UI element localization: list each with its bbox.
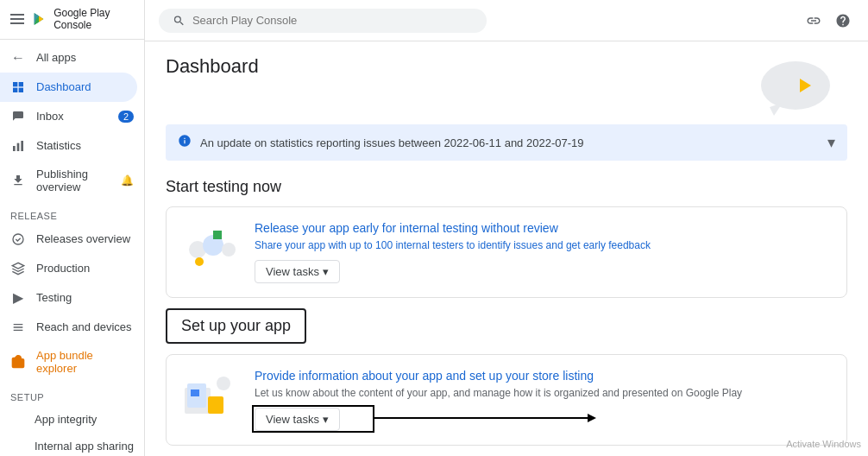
sidebar-item-releases-overview[interactable]: Releases overview [0, 225, 144, 254]
svg-rect-18 [213, 231, 222, 239]
setup-card-title: Provide information about your app and s… [255, 369, 833, 383]
testing-card-title: Release your app early for internal test… [255, 221, 833, 235]
svg-rect-22 [208, 396, 223, 414]
testing-card: Release your app early for internal test… [166, 206, 847, 298]
section2-title: Set up your app [166, 308, 306, 344]
section-label-release: Release [0, 200, 144, 225]
topbar [145, 0, 868, 41]
svg-rect-6 [13, 87, 17, 92]
bar-chart-icon [10, 138, 26, 154]
sidebar-item-inbox[interactable]: Inbox 2 [0, 102, 144, 131]
sidebar-item-publishing[interactable]: Publishing overview 🔔 [0, 161, 144, 200]
bell-icon: 🔔 [121, 174, 134, 187]
page-title: Dashboard [166, 55, 259, 78]
svg-point-12 [761, 61, 830, 110]
section-label-setup: Setup [0, 382, 144, 406]
svg-point-24 [217, 377, 230, 390]
svg-rect-4 [13, 82, 17, 86]
testing-illustration [180, 221, 241, 273]
setup-illustration [180, 369, 241, 421]
sidebar-item-testing[interactable]: ▶ Testing [0, 283, 144, 313]
menu-icon[interactable] [10, 14, 24, 24]
expand-icon[interactable]: ▾ [827, 133, 835, 152]
sidebar-item-production[interactable]: Production [0, 254, 144, 283]
releases-icon [10, 231, 26, 247]
svg-rect-10 [21, 141, 23, 151]
inbox-icon [10, 109, 26, 124]
info-icon [178, 134, 192, 151]
setup-card: Provide information about your app and s… [166, 354, 847, 446]
sidebar: Google Play Console ← All apps Dashboard… [0, 0, 145, 456]
search-icon [173, 14, 186, 28]
setup-view-tasks-wrapper: View tasks ▾ [255, 408, 340, 431]
testing-icon: ▶ [10, 290, 26, 306]
devices-icon [10, 320, 26, 335]
grid-icon [10, 79, 26, 95]
link-icon[interactable] [802, 10, 825, 32]
search-box[interactable] [159, 9, 487, 33]
setup-section: Set up your app Provide information abou… [166, 308, 847, 446]
chevron-down-icon: ▾ [323, 413, 329, 426]
section1-title: Start testing now [166, 178, 847, 196]
svg-rect-9 [17, 142, 20, 150]
banner-image [744, 55, 847, 124]
activate-watermark: Activate Windows [786, 439, 861, 449]
svg-point-11 [13, 234, 23, 244]
svg-marker-2 [39, 16, 43, 22]
svg-point-19 [195, 257, 204, 266]
testing-view-tasks-button[interactable]: View tasks ▾ [255, 260, 340, 283]
svg-rect-5 [19, 82, 23, 86]
search-input[interactable] [192, 14, 473, 27]
sidebar-item-statistics[interactable]: Statistics [0, 131, 144, 161]
alert-bar[interactable]: An update on statistics reporting issues… [166, 124, 847, 161]
setup-view-tasks-button[interactable]: View tasks ▾ [255, 408, 340, 431]
testing-card-body: Release your app early for internal test… [255, 221, 833, 283]
setup-card-desc: Let us know about the content of your ap… [255, 386, 833, 401]
inbox-badge: 2 [118, 111, 134, 123]
sidebar-item-reach-devices[interactable]: Reach and devices [0, 313, 144, 342]
back-icon: ← [10, 50, 26, 66]
sidebar-item-app-integrity[interactable]: App integrity [0, 406, 144, 433]
content-area: Dashboard An update on statistics report… [145, 41, 868, 456]
svg-rect-7 [19, 87, 23, 92]
sidebar-item-all-apps[interactable]: ← All apps [0, 43, 144, 73]
topbar-actions [802, 10, 854, 32]
sidebar-item-app-bundle[interactable]: App bundle explorer [0, 342, 144, 382]
bundle-icon [10, 354, 26, 370]
svg-rect-8 [13, 146, 16, 151]
sidebar-header: Google Play Console [0, 0, 144, 40]
sidebar-item-dashboard[interactable]: Dashboard [0, 73, 137, 102]
main-content: Dashboard An update on statistics report… [145, 0, 868, 456]
app-title: Google Play Console [53, 7, 134, 32]
sidebar-nav: ← All apps Dashboard Inbox 2 Statistics [0, 40, 144, 456]
testing-card-desc: Share your app with up to 100 internal t… [255, 238, 833, 253]
svg-point-17 [222, 243, 236, 256]
alert-text: An update on statistics reporting issues… [200, 136, 819, 149]
play-logo-icon [31, 10, 47, 28]
production-icon [10, 261, 26, 276]
chevron-down-icon: ▾ [323, 265, 329, 278]
setup-card-body: Provide information about your app and s… [255, 369, 833, 431]
help-icon[interactable] [832, 10, 854, 32]
sidebar-item-internal-sharing[interactable]: Internal app sharing [0, 433, 144, 456]
publish-icon [10, 173, 26, 188]
svg-marker-27 [588, 414, 596, 422]
svg-rect-23 [191, 390, 199, 396]
